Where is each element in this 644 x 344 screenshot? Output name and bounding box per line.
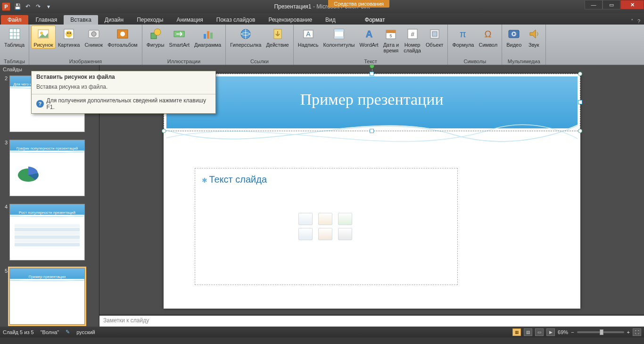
- table-button[interactable]: Таблица: [2, 25, 27, 49]
- view-sorter-button[interactable]: ▤: [524, 328, 532, 336]
- svg-rect-19: [207, 31, 209, 39]
- action-button[interactable]: Действие: [264, 25, 291, 49]
- button-label: Надпись: [298, 42, 319, 48]
- undo-icon[interactable]: ↶: [24, 2, 32, 11]
- group-label: Иллюстрации: [142, 58, 226, 65]
- insert-smartart-icon[interactable]: [338, 213, 352, 225]
- svg-text:π: π: [460, 29, 467, 39]
- obj-icon: [427, 26, 442, 42]
- symbol-button[interactable]: ΩСимвол: [476, 25, 500, 49]
- fit-to-window-button[interactable]: ⛶: [633, 328, 641, 336]
- resize-handle-se[interactable]: [578, 129, 582, 133]
- button-label: Диаграмма: [194, 42, 221, 48]
- redo-icon[interactable]: ↷: [34, 2, 42, 11]
- placeholder-icons: [298, 213, 354, 240]
- smart-icon: [172, 26, 187, 42]
- zoom-level[interactable]: 69%: [558, 329, 568, 335]
- tab-design[interactable]: Дизайн: [98, 15, 130, 25]
- title-selection[interactable]: [164, 74, 580, 131]
- equation-button[interactable]: πФормула: [450, 25, 476, 49]
- content-placeholder[interactable]: Текст слайда: [195, 168, 458, 285]
- object-button[interactable]: Объект: [423, 25, 446, 49]
- hf-icon: [331, 26, 347, 42]
- qat-more-icon[interactable]: ▾: [44, 2, 53, 11]
- zoom-out-button[interactable]: −: [571, 329, 574, 335]
- tab-format[interactable]: Формат: [358, 15, 392, 25]
- clipart-button[interactable]: Картинка: [56, 25, 83, 49]
- tab-home[interactable]: Главная: [29, 15, 64, 25]
- zoom-handle[interactable]: [600, 329, 603, 335]
- tab-insert[interactable]: Вставка: [64, 15, 98, 25]
- status-language[interactable]: русский: [76, 329, 95, 335]
- datetime-button[interactable]: 5Дата и время: [381, 25, 402, 54]
- ribbon-group: ТаблицаТаблицы: [0, 25, 29, 65]
- help-icon[interactable]: ?: [637, 18, 640, 25]
- resize-handle-n[interactable]: [370, 72, 374, 76]
- headerfooter-button[interactable]: Колонтитулы: [321, 25, 357, 49]
- resize-handle-e[interactable]: [578, 100, 582, 104]
- window-controls: — ▭ ✕: [585, 0, 644, 9]
- slide-thumbnail[interactable]: 3График популярности презентаций: [3, 140, 96, 196]
- album-button[interactable]: Фотоальбом: [105, 25, 140, 49]
- view-reading-button[interactable]: ▭: [535, 328, 544, 336]
- resize-handle-sw[interactable]: [162, 129, 166, 133]
- notes-pane[interactable]: Заметки к слайду: [99, 314, 644, 327]
- view-normal-button[interactable]: ▦: [512, 328, 521, 336]
- pie-chart-icon: [17, 161, 45, 185]
- tab-slideshow[interactable]: Показ слайдов: [210, 15, 262, 25]
- content-text[interactable]: Текст слайда: [202, 174, 267, 185]
- slide-thumbnail[interactable]: 5Пример презентации: [3, 268, 96, 325]
- group-label: Изображения: [29, 58, 142, 65]
- tab-view[interactable]: Вид: [319, 15, 342, 25]
- insert-picture-icon[interactable]: [298, 228, 313, 240]
- resize-handle-ne[interactable]: [578, 72, 582, 76]
- textbox-button[interactable]: AНадпись: [296, 25, 321, 49]
- audio-button[interactable]: Звук: [524, 25, 544, 49]
- wave-decoration: [10, 151, 84, 162]
- insert-media-icon[interactable]: [338, 228, 352, 240]
- action-icon: [270, 26, 285, 42]
- tab-transitions[interactable]: Переходы: [130, 15, 170, 25]
- group-label: Текст: [294, 58, 448, 65]
- screenshot-button[interactable]: Снимок: [82, 25, 105, 49]
- button-label: Символ: [479, 42, 497, 48]
- button-label: Звук: [528, 42, 539, 48]
- save-icon[interactable]: 💾: [13, 2, 22, 11]
- shot-icon: [86, 26, 101, 42]
- picture-button[interactable]: Рисунок: [31, 25, 56, 49]
- zoom-in-button[interactable]: +: [627, 329, 630, 335]
- slidenum-button[interactable]: #Номер слайда: [401, 25, 423, 54]
- insert-chart-icon[interactable]: [318, 213, 332, 225]
- vid-icon: [506, 26, 521, 42]
- smartart-button[interactable]: SmartArt: [167, 25, 192, 49]
- tab-file[interactable]: Файл: [1, 15, 28, 25]
- tab-animation[interactable]: Анимация: [170, 15, 209, 25]
- shapes-button[interactable]: Фигуры: [144, 25, 167, 49]
- button-label: SmartArt: [169, 42, 190, 48]
- maximize-button[interactable]: ▭: [603, 0, 620, 9]
- close-button[interactable]: ✕: [620, 0, 644, 9]
- tab-review[interactable]: Рецензирование: [262, 15, 319, 25]
- ribbon-tabs: Файл Главная Вставка Дизайн Переходы Ани…: [0, 13, 644, 25]
- svg-rect-35: [432, 32, 437, 36]
- ribbon-minimize-icon[interactable]: ˄: [631, 18, 634, 25]
- video-button[interactable]: Видео: [504, 25, 524, 49]
- language-icon[interactable]: ✎: [66, 329, 70, 335]
- insert-clipart-icon[interactable]: [318, 228, 332, 240]
- hyperlink-button[interactable]: Гиперссылка: [228, 25, 264, 49]
- group-label: Мультимедиа: [502, 58, 545, 65]
- rotate-handle[interactable]: [370, 65, 374, 68]
- wordart-button[interactable]: AWordArt: [357, 25, 381, 49]
- slide[interactable]: Пример презентации Текст слайда: [164, 74, 580, 309]
- chart-button[interactable]: Диаграмма: [192, 25, 223, 49]
- status-theme: "Волна": [41, 329, 59, 335]
- zoom-slider[interactable]: [577, 331, 624, 333]
- svg-text:Ω: Ω: [485, 29, 492, 39]
- insert-table-icon[interactable]: [298, 213, 313, 225]
- group-label: Таблицы: [0, 58, 29, 65]
- resize-handle-s[interactable]: [370, 129, 374, 133]
- minimize-button[interactable]: —: [585, 0, 603, 9]
- slide-thumbnail[interactable]: 4Рост популярности презентаций: [3, 204, 96, 260]
- view-slideshow-button[interactable]: ▶: [546, 328, 555, 336]
- status-slide-number: Слайд 5 из 5: [3, 329, 34, 335]
